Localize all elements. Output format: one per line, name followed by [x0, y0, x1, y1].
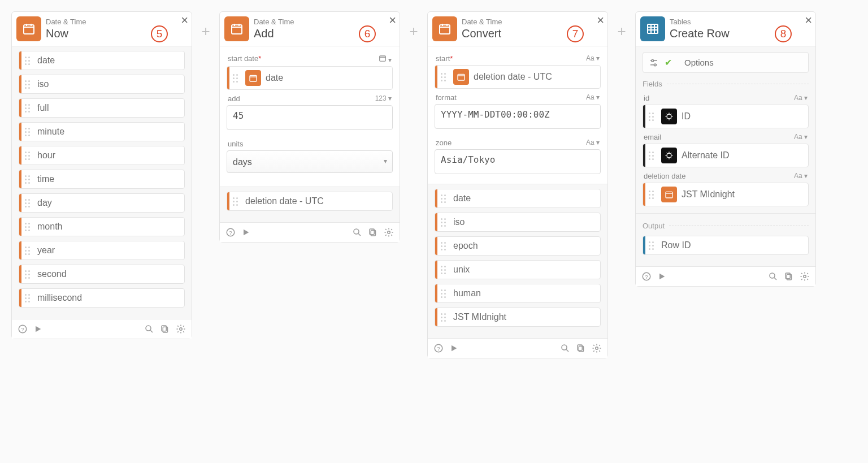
gear-icon[interactable]	[592, 343, 602, 353]
help-icon[interactable]: ?	[225, 227, 236, 237]
svg-point-21	[354, 229, 359, 234]
output-pill[interactable]: date	[435, 189, 601, 208]
copy-icon[interactable]	[368, 227, 378, 237]
input-pill-id[interactable]: ID	[643, 105, 809, 128]
gear-icon[interactable]	[176, 324, 186, 334]
input-pill-start-date[interactable]: date	[227, 66, 393, 90]
svg-point-47	[654, 63, 656, 66]
step-badge: 5	[151, 25, 168, 42]
pill-label: Alternate ID	[682, 150, 804, 161]
card-title: Now	[46, 27, 86, 40]
options-row[interactable]: ✔ Options	[643, 52, 809, 73]
pill-label: year	[37, 245, 180, 256]
run-icon[interactable]	[657, 272, 666, 281]
output-pill[interactable]: millisecond	[19, 288, 185, 308]
add-step-button[interactable]: +	[192, 11, 219, 40]
card-header: Date & Time Now 5 ×	[12, 12, 192, 46]
type-hint-text[interactable]: Aa ▾	[586, 139, 600, 147]
close-icon[interactable]: ×	[389, 13, 396, 28]
calendar-icon	[224, 16, 249, 41]
input-pill-start[interactable]: deletion date - UTC	[435, 65, 601, 89]
svg-line-35	[566, 349, 568, 352]
format-input[interactable]: YYYY-MM-DDT00:00:00Z	[435, 104, 601, 129]
inputs-section: start date* ▾ date add 123 ▾ 45 units da…	[220, 46, 400, 187]
card-category: Tables	[670, 18, 730, 27]
svg-rect-8	[163, 327, 167, 332]
svg-rect-36	[579, 346, 583, 352]
svg-point-6	[146, 326, 151, 331]
output-pill[interactable]: day	[19, 193, 185, 213]
outputs-section: dateisoepochunixhumanJST MIdnight	[428, 184, 607, 338]
output-pill[interactable]: epoch	[435, 236, 601, 256]
gear-icon[interactable]	[384, 227, 394, 237]
units-select[interactable]: days	[227, 150, 393, 173]
output-pill[interactable]: year	[19, 241, 185, 260]
add-step-button[interactable]: +	[400, 11, 427, 40]
calendar-hint-icon[interactable]: ▾	[379, 54, 392, 64]
output-pill[interactable]: iso	[435, 213, 601, 232]
step-badge: 7	[567, 25, 584, 42]
svg-point-45	[652, 59, 654, 62]
help-icon[interactable]: ?	[641, 271, 652, 282]
help-icon[interactable]: ?	[18, 324, 28, 334]
run-icon[interactable]	[449, 344, 458, 353]
svg-rect-73	[785, 273, 790, 279]
search-icon[interactable]	[768, 271, 778, 282]
output-pill[interactable]: date	[19, 51, 185, 70]
type-hint-text[interactable]: Aa ▾	[794, 172, 808, 180]
add-step-button[interactable]: +	[608, 11, 635, 40]
output-pill[interactable]: minute	[19, 122, 185, 141]
run-icon[interactable]	[33, 324, 42, 334]
inputs-section: start* Aa ▾ deletion date - UTC format A…	[428, 46, 607, 184]
card-create-row: Tables Create Row 8 × ✔ Options Fields i…	[635, 11, 816, 287]
search-icon[interactable]	[352, 227, 362, 237]
svg-point-10	[180, 328, 183, 331]
input-pill-email[interactable]: Alternate ID	[643, 144, 809, 167]
output-pill[interactable]: Row ID	[643, 236, 809, 255]
close-icon[interactable]: ×	[181, 13, 188, 28]
svg-line-62	[666, 153, 667, 153]
svg-line-7	[150, 330, 153, 332]
search-icon[interactable]	[560, 343, 570, 353]
card-add: Date & Time Add 6 × start date* ▾ date a…	[219, 11, 400, 243]
output-pill[interactable]: full	[19, 98, 185, 118]
svg-rect-66	[666, 192, 672, 198]
card-convert: Date & Time Convert 7 × start* Aa ▾ dele…	[427, 11, 608, 358]
outputs-section: Output Row ID	[636, 213, 815, 266]
add-input[interactable]: 45	[227, 105, 393, 130]
type-hint-text[interactable]: Aa ▾	[586, 93, 600, 102]
type-hint-text[interactable]: Aa ▾	[586, 54, 600, 63]
type-hint-number[interactable]: 123 ▾	[375, 94, 392, 103]
gear-icon[interactable]	[800, 271, 810, 282]
svg-point-25	[388, 231, 390, 234]
close-icon[interactable]: ×	[597, 13, 604, 28]
type-hint-text[interactable]: Aa ▾	[794, 133, 808, 141]
input-pill-deletion-date[interactable]: JST MIdnight	[643, 183, 809, 206]
output-pill[interactable]: hour	[19, 146, 185, 165]
output-pill[interactable]: deletion date - UTC	[227, 192, 393, 211]
output-pill[interactable]: time	[19, 170, 185, 189]
output-pill[interactable]: second	[19, 265, 185, 284]
svg-rect-23	[371, 230, 375, 236]
field-label-id: idAa ▾	[644, 94, 808, 102]
svg-rect-15	[379, 56, 385, 61]
output-pill[interactable]: month	[19, 217, 185, 236]
output-pill[interactable]: iso	[19, 75, 185, 94]
pill-label: human	[453, 288, 596, 298]
help-icon[interactable]: ?	[433, 343, 444, 353]
search-icon[interactable]	[144, 324, 154, 334]
svg-line-64	[666, 157, 667, 158]
copy-icon[interactable]	[784, 271, 794, 282]
close-icon[interactable]: ×	[805, 13, 812, 28]
run-icon[interactable]	[241, 228, 250, 237]
type-hint-text[interactable]: Aa ▾	[794, 94, 808, 102]
output-pill[interactable]: JST MIdnight	[435, 308, 601, 327]
svg-line-53	[666, 114, 667, 114]
copy-icon[interactable]	[576, 343, 586, 353]
copy-icon[interactable]	[160, 324, 170, 334]
pill-label: minute	[37, 127, 180, 137]
zone-input[interactable]: Asia/Tokyo	[435, 149, 601, 174]
output-pill[interactable]: human	[435, 284, 601, 303]
pill-label: second	[37, 269, 180, 279]
output-pill[interactable]: unix	[435, 260, 601, 279]
